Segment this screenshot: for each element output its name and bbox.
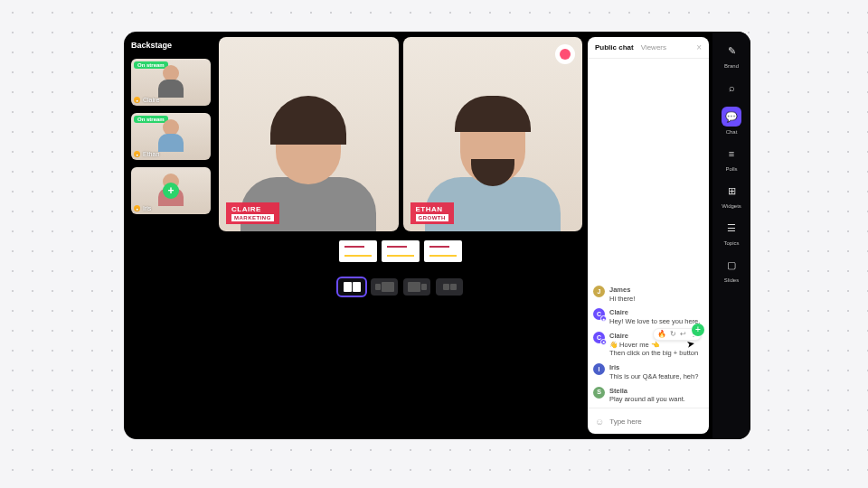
layout-option-grid[interactable] — [436, 278, 463, 296]
chat-panel: Public chat Viewers × JJamesHi there!CCl… — [588, 37, 709, 434]
fire-icon[interactable]: 🔥 — [657, 330, 666, 339]
rail-item-topics[interactable]: ☰Topics — [722, 218, 741, 246]
close-icon[interactable]: × — [696, 42, 702, 52]
rail-label: Polls — [725, 166, 737, 172]
message-author: Iris — [609, 363, 703, 372]
message-text: Hi there! — [609, 295, 703, 304]
chat-message[interactable]: CClaireHey! We love to see you here.● — [593, 308, 703, 326]
speaker-tile-claire[interactable]: CLAIRE MARKETING — [219, 37, 399, 231]
rail-label: Brand — [724, 63, 739, 69]
avatar: J — [593, 286, 605, 297]
speaker-tile-ethan[interactable]: ETHAN GROWTH — [403, 37, 583, 231]
chat-input[interactable] — [609, 418, 704, 426]
rail-item-slides[interactable]: ▢Slides — [722, 255, 741, 283]
slide-thumbnail[interactable] — [382, 240, 420, 262]
message-text: Hey! We love to see you here. — [609, 317, 703, 326]
chat-icon: 💬 — [722, 107, 741, 127]
chat-input-bar: ☺ — [588, 408, 709, 434]
reaction-bar[interactable]: 🔥↻↩⋮+ — [653, 328, 702, 341]
tab-viewers[interactable]: Viewers — [641, 43, 666, 52]
mic-icon: ● — [134, 205, 140, 211]
name-strap: CLAIRE MARKETING — [226, 202, 279, 224]
rail-label: Topics — [723, 240, 739, 246]
rail-label: Slides — [724, 277, 739, 283]
host-badge-icon: ● — [600, 315, 607, 322]
message-author: Stella — [609, 387, 703, 396]
person-silhouette — [157, 119, 184, 154]
refresh-icon[interactable]: ↻ — [670, 330, 676, 339]
name-strap: ETHAN GROWTH — [410, 202, 454, 224]
topics-icon: ☰ — [722, 218, 741, 238]
chat-message[interactable]: JJamesHi there! — [593, 286, 703, 304]
message-author: James — [609, 286, 703, 295]
stream-badge-icon — [555, 44, 575, 64]
avatar: S — [593, 387, 605, 399]
message-text: Play around all you want. — [609, 395, 703, 404]
layout-option-pip[interactable] — [371, 278, 398, 296]
message-author: Claire — [609, 308, 703, 317]
thumb-name: ●Claire — [134, 97, 159, 103]
speaker-tiles: CLAIRE MARKETING ETHAN GROWTH — [219, 37, 582, 231]
backstage-thumb-claire[interactable]: On stream ●Claire — [131, 59, 211, 106]
layout-option-spotlight[interactable] — [403, 278, 430, 296]
chat-message[interactable]: CClaire👋 Hover me 👈Then click on the big… — [593, 332, 703, 358]
tab-public-chat[interactable]: Public chat — [595, 43, 634, 52]
polls-icon: ≡ — [722, 144, 741, 164]
add-to-stream-button[interactable]: + — [163, 183, 179, 199]
right-rail: ✎Brand⌕💬Chat≡Polls⊞Widgets☰Topics▢Slides — [712, 32, 750, 439]
brand-icon: ✎ — [722, 41, 741, 61]
thumb-name: ●Ethan — [134, 151, 159, 157]
backstage-title: Backstage — [131, 41, 212, 50]
layout-switcher — [219, 278, 582, 296]
rail-label: Widgets — [722, 203, 741, 209]
stage-area: CLAIRE MARKETING ETHAN GROWTH — [219, 32, 588, 439]
rail-item-search[interactable]: ⌕ — [722, 78, 741, 98]
chat-tabs: Public chat Viewers × — [588, 37, 709, 59]
avatar: I — [593, 363, 605, 375]
widgets-icon: ⊞ — [722, 181, 741, 201]
backstage-thumb-ethan[interactable]: On stream ●Ethan — [131, 113, 211, 160]
slides-icon: ▢ — [722, 255, 741, 275]
backstage-thumb-iris[interactable]: + ●Iris — [131, 167, 211, 214]
person-silhouette — [157, 65, 184, 99]
search-icon: ⌕ — [722, 78, 741, 98]
app-window: Backstage On stream ●Claire On stream ●E… — [124, 32, 750, 439]
rail-item-widgets[interactable]: ⊞Widgets — [722, 181, 741, 209]
message-text: This is our Q&A feature, heh? — [609, 372, 703, 381]
rail-item-polls[interactable]: ≡Polls — [722, 144, 741, 172]
rail-item-chat[interactable]: 💬Chat — [722, 107, 741, 135]
slide-thumbnail[interactable] — [339, 240, 377, 262]
chat-message[interactable]: SStellaPlay around all you want. — [593, 387, 703, 405]
chat-message[interactable]: IIrisThis is our Q&A feature, heh? — [593, 363, 703, 381]
slide-strip — [219, 240, 582, 262]
mic-icon: ● — [134, 97, 140, 103]
rail-label: Chat — [726, 129, 738, 135]
thumb-name: ●Iris — [134, 205, 151, 211]
emoji-icon[interactable]: ☺ — [595, 417, 604, 427]
chat-messages[interactable]: JJamesHi there!CClaireHey! We love to se… — [588, 59, 709, 408]
backstage-panel: Backstage On stream ●Claire On stream ●E… — [124, 32, 219, 439]
mic-icon: ● — [134, 151, 140, 157]
host-badge-icon: ● — [600, 339, 607, 345]
rail-item-brand[interactable]: ✎Brand — [722, 41, 741, 69]
layout-option-split[interactable] — [338, 278, 365, 296]
slide-thumbnail[interactable] — [424, 240, 462, 262]
add-reaction-button[interactable]: + — [692, 324, 704, 336]
